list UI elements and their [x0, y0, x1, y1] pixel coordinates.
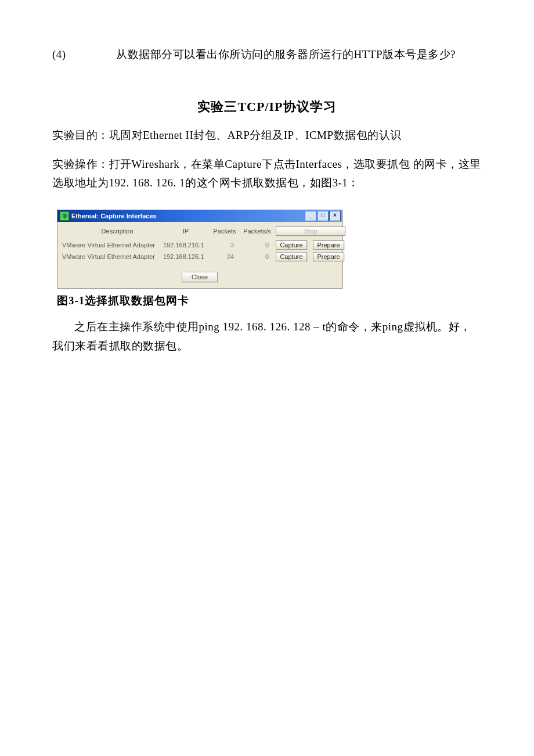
cell-ip: 192.168.126.1: [163, 253, 208, 260]
ethereal-window: ⦿ Ethereal: Capture Interfaces _ □ × Des…: [57, 210, 342, 289]
dialog-close-button[interactable]: Close: [182, 272, 218, 282]
stop-wrap: Stop: [276, 226, 348, 236]
cell-description: VMware Virtual Ethernet Adapter: [62, 253, 161, 260]
col-pps: Packets/s: [241, 228, 273, 235]
cell-pps: 0: [241, 253, 273, 260]
maximize-button[interactable]: □: [317, 211, 329, 221]
experiment-purpose: 实验目的：巩固对Ethernet II封包、ARP分组及IP、ICMP数据包的认…: [52, 126, 482, 145]
col-description: Description: [62, 228, 161, 235]
question-4: (4)从数据部分可以看出你所访问的服务器所运行的HTTP版本号是多少?: [52, 46, 482, 63]
experiment-operation: 实验操作：打开Wireshark，在菜单Capture下点击Interfaces…: [52, 155, 482, 193]
window-title: Ethereal: Capture Interfaces: [71, 213, 305, 219]
table-row: VMware Virtual Ethernet Adapter 192.168.…: [61, 251, 338, 262]
cell-ip: 192.168.216.1: [163, 242, 208, 249]
capture-button[interactable]: Capture: [276, 240, 307, 250]
titlebar: ⦿ Ethereal: Capture Interfaces _ □ ×: [57, 210, 342, 222]
close-button[interactable]: ×: [329, 211, 341, 221]
document-page: (4)从数据部分可以看出你所访问的服务器所运行的HTTP版本号是多少? 实验三T…: [0, 0, 534, 395]
cell-packets: 3: [211, 242, 239, 249]
cell-pps: 0: [241, 242, 273, 249]
window-client: Description IP Packets Packets/s Stop VM…: [57, 222, 342, 288]
window-buttons: _ □ ×: [305, 211, 341, 221]
table-row: VMware Virtual Ethernet Adapter 192.168.…: [61, 239, 338, 251]
paragraph-ping: 之后在主操作系统中使用ping 192. 168. 126. 128 – t的命…: [52, 318, 482, 355]
stop-button[interactable]: Stop: [276, 226, 345, 236]
col-packets: Packets: [211, 228, 239, 235]
question-text: 从数据部分可以看出你所访问的服务器所运行的HTTP版本号是多少?: [116, 48, 456, 60]
col-ip: IP: [163, 228, 208, 235]
experiment-heading: 实验三TCP/IP协议学习: [52, 98, 482, 116]
capture-button[interactable]: Capture: [276, 252, 307, 261]
app-icon: ⦿: [60, 211, 69, 221]
minimize-button[interactable]: _: [305, 211, 316, 221]
prepare-button[interactable]: Prepare: [313, 252, 344, 261]
table-header: Description IP Packets Packets/s Stop: [61, 224, 338, 239]
cell-packets: 24: [211, 253, 239, 260]
cell-description: VMware Virtual Ethernet Adapter: [62, 242, 161, 249]
close-row: Close: [61, 272, 338, 282]
paragraph-ping-text: 之后在主操作系统中使用ping 192. 168. 126. 128 – t的命…: [52, 321, 471, 351]
figure-caption: 图3-1选择抓取数据包网卡: [57, 293, 482, 308]
figure-3-1: ⦿ Ethereal: Capture Interfaces _ □ × Des…: [52, 210, 482, 289]
prepare-button[interactable]: Prepare: [313, 240, 344, 250]
question-number: (4): [52, 46, 116, 63]
